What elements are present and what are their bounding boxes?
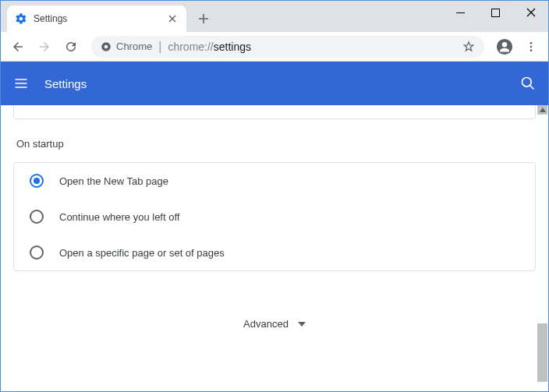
window-controls	[443, 1, 548, 24]
radio-label: Open the New Tab page	[59, 175, 168, 187]
forward-button	[34, 36, 55, 58]
startup-options-card: Open the New Tab page Continue where you…	[13, 162, 536, 271]
section-heading: On startup	[16, 138, 533, 150]
site-label: Chrome	[116, 41, 152, 52]
svg-point-2	[104, 44, 108, 48]
radio-icon	[30, 174, 44, 188]
svg-rect-0	[492, 9, 500, 16]
radio-option-new-tab[interactable]: Open the New Tab page	[14, 163, 535, 199]
search-icon[interactable]	[520, 76, 536, 91]
scrollbar-up[interactable]	[537, 105, 547, 115]
radio-option-continue[interactable]: Continue where you left off	[14, 199, 535, 235]
url-text: chrome://settings	[168, 41, 251, 53]
svg-point-7	[530, 49, 533, 51]
settings-appbar: Settings	[1, 62, 548, 105]
svg-point-4	[502, 42, 507, 47]
address-bar[interactable]: Chrome | chrome://settings	[91, 36, 484, 58]
minimize-button[interactable]	[443, 1, 478, 24]
scrollbar-thumb[interactable]	[537, 323, 547, 382]
svg-point-5	[530, 42, 533, 44]
page-title: Settings	[44, 77, 87, 90]
previous-section-card	[13, 105, 536, 119]
advanced-label: Advanced	[243, 318, 289, 330]
browser-titlebar: Settings	[1, 1, 548, 32]
window-close-button[interactable]	[513, 1, 548, 24]
chevron-down-icon	[298, 322, 306, 327]
radio-option-specific-pages[interactable]: Open a specific page or set of pages	[14, 235, 535, 270]
radio-label: Continue where you left off	[59, 211, 179, 223]
svg-point-8	[522, 78, 532, 87]
profile-button[interactable]	[494, 36, 515, 58]
advanced-toggle[interactable]: Advanced	[13, 271, 536, 345]
new-tab-button[interactable]	[193, 8, 214, 30]
bookmark-star-icon[interactable]	[462, 41, 475, 53]
svg-point-6	[530, 45, 533, 48]
tab-title: Settings	[34, 13, 160, 24]
radio-icon	[30, 245, 44, 260]
browser-tab[interactable]: Settings	[7, 5, 186, 32]
browser-toolbar: Chrome | chrome://settings	[1, 32, 548, 62]
back-button[interactable]	[7, 36, 29, 58]
gear-icon	[15, 12, 27, 25]
reload-button[interactable]	[60, 36, 82, 58]
menu-button[interactable]	[520, 36, 542, 58]
chrome-icon	[101, 41, 112, 52]
settings-content: On startup Open the New Tab page Continu…	[1, 105, 548, 391]
radio-icon	[30, 210, 44, 224]
close-icon[interactable]	[166, 12, 179, 25]
site-info[interactable]: Chrome	[101, 41, 152, 52]
hamburger-icon[interactable]	[13, 76, 29, 91]
radio-label: Open a specific page or set of pages	[59, 247, 225, 259]
separator: |	[158, 40, 161, 54]
maximize-button[interactable]	[478, 1, 513, 24]
